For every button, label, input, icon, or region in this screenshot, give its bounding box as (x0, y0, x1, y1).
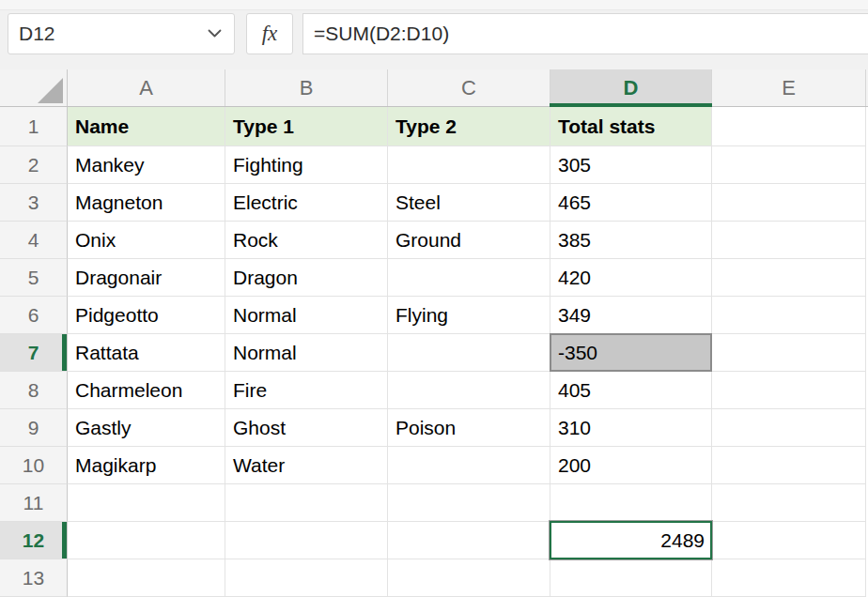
cell-value-D7: -350 (558, 342, 597, 364)
cell-E5[interactable] (712, 259, 866, 297)
cell-value-A2: Mankey (75, 154, 145, 176)
cell-B8[interactable]: Fire (225, 372, 388, 409)
cell-D7[interactable]: -350 (550, 334, 712, 372)
cell-value-A9: Gastly (75, 417, 132, 439)
cell-E12[interactable] (712, 522, 866, 559)
cell-B3[interactable]: Electric (225, 184, 388, 222)
cell-E7[interactable] (712, 334, 866, 372)
cell-B2[interactable]: Fighting (225, 146, 388, 184)
cell-A8[interactable]: Charmeleon (68, 372, 225, 409)
cell-E3[interactable] (712, 184, 866, 222)
cell-B12[interactable] (225, 522, 388, 559)
cell-E10[interactable] (712, 447, 866, 484)
cell-D6[interactable]: 349 (550, 297, 712, 334)
cell-A6[interactable]: Pidgeotto (68, 297, 225, 334)
cell-C9[interactable]: Poison (388, 409, 550, 447)
cell-A9[interactable]: Gastly (68, 409, 225, 447)
cell-C1[interactable]: Type 2 (388, 107, 550, 146)
cell-C3[interactable]: Steel (388, 184, 550, 222)
cell-D2[interactable]: 305 (550, 146, 712, 184)
row-header-11[interactable]: 11 (0, 484, 68, 522)
cell-E4[interactable] (712, 222, 866, 259)
chevron-down-icon[interactable] (208, 29, 222, 38)
column-header-B[interactable]: B (225, 69, 388, 106)
formula-input[interactable]: =SUM(D2:D10) (302, 13, 868, 54)
cell-C12[interactable] (388, 522, 550, 559)
cell-A7[interactable]: Rattata (68, 334, 225, 372)
cell-value-C3: Steel (395, 191, 441, 214)
cell-B1[interactable]: Type 1 (225, 107, 388, 146)
cell-C2[interactable] (388, 146, 550, 184)
cell-D8[interactable]: 405 (550, 372, 712, 409)
cell-B10[interactable]: Water (225, 447, 388, 484)
cell-A1[interactable]: Name (68, 107, 225, 146)
row-header-9[interactable]: 9 (0, 409, 68, 447)
cell-value-C4: Ground (395, 229, 461, 252)
cell-B9[interactable]: Ghost (225, 409, 388, 447)
cell-E2[interactable] (712, 146, 866, 184)
cell-A3[interactable]: Magneton (68, 184, 225, 222)
cell-A11[interactable] (68, 484, 225, 522)
cell-C8[interactable] (388, 372, 550, 409)
cell-A13[interactable] (68, 559, 225, 597)
cell-C10[interactable] (388, 447, 550, 484)
cell-value-A5: Dragonair (75, 267, 162, 289)
cell-value-B3: Electric (233, 191, 298, 214)
cell-D5[interactable]: 420 (550, 259, 712, 297)
row-header-7[interactable]: 7 (0, 334, 68, 372)
cell-C4[interactable]: Ground (388, 222, 550, 259)
cell-value-A6: Pidgeotto (75, 304, 159, 327)
column-header-E[interactable]: E (712, 69, 866, 106)
cell-E1[interactable] (712, 107, 866, 146)
cell-E11[interactable] (712, 484, 866, 522)
row-header-6[interactable]: 6 (0, 297, 68, 334)
cell-A2[interactable]: Mankey (68, 146, 225, 184)
cell-B7[interactable]: Normal (225, 334, 388, 372)
insert-function-button[interactable]: fx (246, 13, 293, 54)
cell-D4[interactable]: 385 (550, 222, 712, 259)
row-header-4[interactable]: 4 (0, 222, 68, 259)
cell-value-D6: 349 (558, 304, 591, 327)
column-header-D[interactable]: D (550, 69, 712, 106)
row-6: 6PidgeottoNormalFlying349 (0, 297, 868, 334)
row-header-8[interactable]: 8 (0, 372, 68, 409)
cell-C7[interactable] (388, 334, 550, 372)
column-header-A[interactable]: A (68, 69, 225, 106)
row-header-2[interactable]: 2 (0, 146, 68, 184)
name-box[interactable]: D12 (8, 13, 235, 54)
cell-D10[interactable]: 200 (550, 447, 712, 484)
cell-E8[interactable] (712, 372, 866, 409)
cell-A12[interactable] (68, 522, 225, 559)
cell-C6[interactable]: Flying (388, 297, 550, 334)
cell-D1[interactable]: Total stats (550, 107, 712, 146)
cell-D3[interactable]: 465 (550, 184, 712, 222)
cell-E9[interactable] (712, 409, 866, 447)
cell-D11[interactable] (550, 484, 712, 522)
column-header-C[interactable]: C (388, 69, 550, 106)
cell-B6[interactable]: Normal (225, 297, 388, 334)
cell-E13[interactable] (712, 559, 866, 597)
row-header-5[interactable]: 5 (0, 259, 68, 297)
cell-B13[interactable] (225, 559, 388, 597)
cell-C5[interactable] (388, 259, 550, 297)
row-header-3[interactable]: 3 (0, 184, 68, 222)
row-header-13[interactable]: 13 (0, 559, 68, 597)
cell-D12[interactable]: 2489 (550, 522, 712, 559)
cell-value-A1: Name (75, 115, 129, 138)
cell-B5[interactable]: Dragon (225, 259, 388, 297)
cell-D9[interactable]: 310 (550, 409, 712, 447)
cell-C13[interactable] (388, 559, 550, 597)
cell-A10[interactable]: Magikarp (68, 447, 225, 484)
cell-E6[interactable] (712, 297, 866, 334)
row-header-12[interactable]: 12 (0, 522, 68, 559)
cell-value-B7: Normal (233, 342, 297, 364)
cell-D13[interactable] (550, 559, 712, 597)
select-all-corner[interactable] (0, 69, 68, 106)
cell-B4[interactable]: Rock (225, 222, 388, 259)
cell-A5[interactable]: Dragonair (68, 259, 225, 297)
row-header-10[interactable]: 10 (0, 447, 68, 484)
cell-A4[interactable]: Onix (68, 222, 225, 259)
cell-C11[interactable] (388, 484, 550, 522)
row-header-1[interactable]: 1 (0, 107, 68, 146)
cell-B11[interactable] (225, 484, 388, 522)
